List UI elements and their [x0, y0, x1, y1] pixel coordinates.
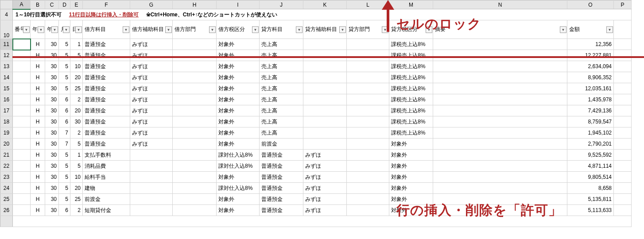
cell[interactable]: [614, 116, 632, 127]
cell[interactable]: [347, 39, 389, 50]
cell[interactable]: 対象外: [389, 139, 433, 150]
cell[interactable]: 10: [70, 61, 83, 72]
cell[interactable]: H: [31, 172, 45, 183]
cell[interactable]: [614, 205, 632, 216]
cell[interactable]: [130, 205, 173, 216]
cell[interactable]: [433, 183, 567, 194]
cell[interactable]: 課税売上込8%: [389, 94, 433, 105]
cell[interactable]: 課対仕入込8%: [217, 161, 260, 172]
notice-cell[interactable]: 1～10行目選択不可 11行目以降は行挿入・削除可 ※Ctrl+Home、Ctr…: [13, 9, 632, 20]
cell[interactable]: 対象外: [217, 116, 260, 127]
cell[interactable]: [433, 172, 567, 183]
cell[interactable]: [173, 194, 217, 205]
cell[interactable]: 20: [70, 183, 83, 194]
cell[interactable]: 課対仕入込8%: [217, 183, 260, 194]
col-C[interactable]: C: [45, 0, 59, 9]
row-head[interactable]: 17: [0, 105, 13, 116]
cell[interactable]: 給料手当: [83, 172, 130, 183]
cell[interactable]: [347, 116, 389, 127]
cell[interactable]: [13, 116, 31, 127]
cell[interactable]: 売上高: [260, 94, 303, 105]
col-D[interactable]: D: [59, 0, 70, 9]
cell[interactable]: [614, 72, 632, 83]
cell[interactable]: 課税売上込8%: [389, 127, 433, 139]
cell[interactable]: 30: [45, 50, 59, 61]
cell[interactable]: 普通預金: [260, 161, 303, 172]
cell[interactable]: 売上高: [260, 116, 303, 127]
cell[interactable]: [173, 72, 217, 83]
filter-icon[interactable]: ▼: [209, 26, 216, 33]
row-head[interactable]: 11: [0, 39, 13, 50]
cell[interactable]: [614, 127, 632, 139]
cell[interactable]: [173, 172, 217, 183]
hdr-cr-sub[interactable]: 貸方補助科目▼: [303, 20, 347, 39]
cell[interactable]: [173, 61, 217, 72]
cell[interactable]: 7,429,136: [567, 105, 614, 116]
cell[interactable]: [347, 50, 389, 61]
cell[interactable]: 5: [59, 39, 70, 50]
cell[interactable]: 5,113,633: [567, 205, 614, 216]
cell[interactable]: H: [31, 194, 45, 205]
cell[interactable]: [303, 50, 347, 61]
row-head[interactable]: 14: [0, 72, 13, 83]
cell[interactable]: [13, 61, 31, 72]
cell[interactable]: H: [31, 161, 45, 172]
cell[interactable]: みずほ: [303, 194, 347, 205]
row-head[interactable]: 16: [0, 94, 13, 105]
cell[interactable]: 普通預金: [83, 94, 130, 105]
cell[interactable]: 普通預金: [83, 39, 130, 50]
cell[interactable]: 12,035,161: [567, 83, 614, 94]
hdr-bangou[interactable]: 番号▼: [13, 20, 31, 39]
hdr-dr-tax[interactable]: 借方税区分▼: [217, 20, 260, 39]
cell[interactable]: 課税売上込8%: [389, 116, 433, 127]
cell[interactable]: 5: [59, 172, 70, 183]
cell[interactable]: H: [31, 61, 45, 72]
cell[interactable]: 1: [70, 39, 83, 50]
cell[interactable]: 普通預金: [260, 205, 303, 216]
cell[interactable]: 6: [59, 94, 70, 105]
cell[interactable]: [303, 94, 347, 105]
row-head[interactable]: 12: [0, 50, 13, 61]
cell[interactable]: 対象外: [389, 161, 433, 172]
cell[interactable]: 30: [45, 161, 59, 172]
filter-icon[interactable]: ▼: [38, 26, 44, 33]
cell[interactable]: 1,435,978: [567, 94, 614, 105]
cell[interactable]: H: [31, 116, 45, 127]
cell[interactable]: 2: [70, 205, 83, 216]
cell[interactable]: [13, 94, 31, 105]
cell[interactable]: 4,871,114: [567, 161, 614, 172]
filter-icon[interactable]: ▼: [560, 26, 566, 33]
grid[interactable]: A B C D E F G H I J K L M N O P 4 1～10行目…: [0, 0, 632, 227]
cell[interactable]: 普通預金: [83, 61, 130, 72]
col-L[interactable]: L: [347, 0, 389, 9]
cell[interactable]: みずほ: [130, 50, 173, 61]
cell[interactable]: [347, 94, 389, 105]
filter-icon[interactable]: ▼: [339, 26, 346, 33]
cell[interactable]: みずほ: [130, 83, 173, 94]
hdr-nengo[interactable]: 年号▼: [31, 20, 45, 39]
cell[interactable]: [433, 61, 567, 72]
cell[interactable]: [433, 72, 567, 83]
cell[interactable]: 対象外: [217, 194, 260, 205]
cell[interactable]: [614, 161, 632, 172]
select-all[interactable]: [0, 0, 13, 9]
cell[interactable]: みずほ: [303, 150, 347, 161]
cell[interactable]: 普通預金: [83, 116, 130, 127]
cell[interactable]: [173, 205, 217, 216]
cell[interactable]: 12,227,881: [567, 50, 614, 61]
filter-icon[interactable]: ▼: [123, 26, 129, 33]
cell[interactable]: 普通預金: [260, 150, 303, 161]
cell[interactable]: 普通預金: [83, 50, 130, 61]
cell[interactable]: 課税売上込8%: [389, 83, 433, 94]
hdr-cr-dept[interactable]: 貸方部門▼: [347, 20, 389, 39]
cell[interactable]: みずほ: [130, 116, 173, 127]
cell[interactable]: [347, 150, 389, 161]
cell[interactable]: 6: [59, 116, 70, 127]
cell[interactable]: 課税売上込8%: [389, 39, 433, 50]
cell[interactable]: 対象外: [217, 172, 260, 183]
cell[interactable]: [303, 105, 347, 116]
cell[interactable]: [614, 83, 632, 94]
cell[interactable]: [614, 39, 632, 50]
cell[interactable]: 普通預金: [83, 83, 130, 94]
cell[interactable]: [173, 183, 217, 194]
